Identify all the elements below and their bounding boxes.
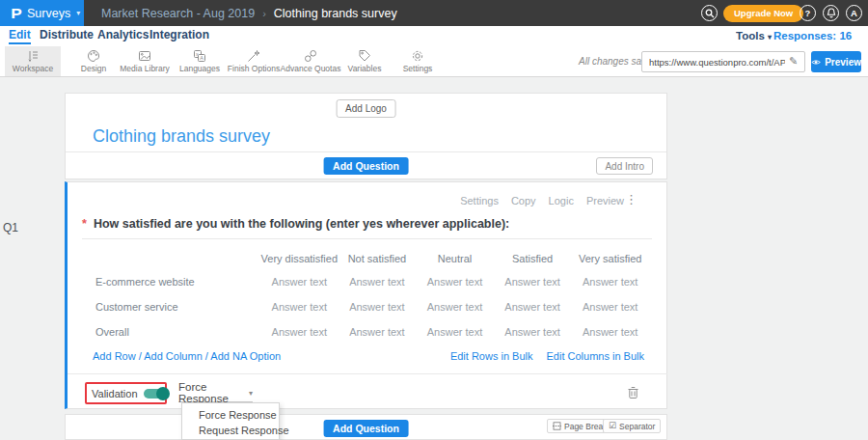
add-question-button-top[interactable]: Add Question bbox=[323, 157, 409, 175]
answer-cell[interactable]: Answer text bbox=[416, 319, 494, 344]
question-mark-icon: ? bbox=[805, 8, 811, 18]
answer-cell[interactable]: Answer text bbox=[260, 319, 339, 344]
between-questions-band: Add Question Page Break ☑ Separator bbox=[65, 414, 667, 440]
tab-integration[interactable]: Integration bbox=[149, 28, 209, 44]
selected-validation-value: Force Response bbox=[178, 381, 241, 404]
caret-down-icon: ▾ bbox=[76, 9, 80, 17]
notifications-button[interactable] bbox=[823, 5, 839, 21]
breadcrumb-separator-icon: › bbox=[262, 8, 266, 19]
toolbar-item-advance-quotas[interactable]: Advance Quotas bbox=[283, 46, 339, 76]
toolbar-item-finish-options[interactable]: Finish Options bbox=[226, 46, 282, 76]
answer-cell[interactable]: Answer text bbox=[494, 294, 572, 319]
menu-item-request-response[interactable]: Request Response bbox=[182, 423, 279, 438]
answer-cell[interactable]: Answer text bbox=[571, 319, 649, 344]
divider bbox=[68, 373, 667, 374]
tab-analytics[interactable]: Analytics bbox=[97, 28, 149, 44]
row-label[interactable]: E-commerce website bbox=[82, 269, 260, 294]
validation-highlight-box: Validation bbox=[85, 382, 167, 404]
answer-cell[interactable]: Answer text bbox=[416, 294, 494, 319]
survey-title[interactable]: Clothing brands survey bbox=[93, 126, 270, 147]
validation-type-select[interactable]: Force Response ▾ bbox=[178, 384, 253, 402]
answer-cell[interactable]: Answer text bbox=[494, 269, 572, 294]
account-avatar[interactable]: A bbox=[846, 5, 862, 21]
question-copy-link[interactable]: Copy bbox=[511, 195, 536, 206]
question-logic-link[interactable]: Logic bbox=[549, 195, 574, 206]
tools-menu[interactable]: Tools ▾ bbox=[736, 30, 772, 41]
tab-distribute[interactable]: Distribute bbox=[40, 28, 94, 44]
languages-icon: Ax bbox=[193, 49, 206, 63]
responses-count-link[interactable]: Responses: 16 bbox=[773, 30, 852, 41]
questionpro-logo-icon: P bbox=[11, 5, 22, 21]
toolbar-item-design[interactable]: Design bbox=[66, 46, 122, 76]
top-navbar: P Surveys ▾ Market Research - Aug 2019 ›… bbox=[0, 0, 868, 26]
add-logo-button[interactable]: Add Logo bbox=[336, 99, 396, 118]
edit-columns-in-bulk-link[interactable]: Edit Columns in Bulk bbox=[547, 350, 645, 362]
workspace-icon bbox=[26, 49, 40, 63]
answer-cell[interactable]: Answer text bbox=[571, 294, 649, 319]
delete-question-button[interactable] bbox=[628, 386, 839, 403]
separator-button[interactable]: ☑ Separator bbox=[603, 419, 661, 433]
answer-cell[interactable]: Answer text bbox=[260, 294, 339, 319]
surveys-product-menu[interactable]: P Surveys ▾ bbox=[0, 0, 84, 26]
add-row-link[interactable]: Add Row bbox=[93, 350, 136, 362]
toolbar-item-variables[interactable]: Variables bbox=[337, 46, 393, 76]
question-preview-link[interactable]: Preview bbox=[586, 195, 624, 206]
breadcrumb-folder-link[interactable]: Market Research - Aug 2019 bbox=[101, 7, 255, 20]
separator-checkbox-icon: ☑ bbox=[609, 422, 616, 430]
finish-options-icon bbox=[247, 49, 260, 63]
validation-dropdown-menu: Force Response Request Response bbox=[181, 402, 280, 440]
answer-cell[interactable]: Answer text bbox=[339, 294, 417, 319]
avatar-initial: A bbox=[851, 8, 857, 18]
surveys-menu-label: Surveys bbox=[27, 7, 70, 20]
add-column-link[interactable]: Add Column bbox=[144, 350, 203, 362]
question-block: Settings Copy Logic Preview ⋮ *How satis… bbox=[65, 181, 667, 409]
toolbar-item-media-library[interactable]: Media Library bbox=[117, 46, 173, 76]
edit-url-pencil-icon[interactable]: ✎ bbox=[789, 55, 798, 68]
required-marker: * bbox=[82, 217, 87, 231]
validation-label: Validation bbox=[92, 388, 138, 399]
bell-icon bbox=[827, 8, 836, 18]
advance-quotas-icon bbox=[304, 49, 317, 63]
answer-cell[interactable]: Answer text bbox=[571, 269, 649, 294]
section-tabs: Edit Distribute Analytics Integration To… bbox=[0, 26, 868, 46]
row-label[interactable]: Customer service bbox=[82, 294, 260, 319]
add-na-option-link[interactable]: Add NA Option bbox=[210, 350, 281, 362]
row-label[interactable]: Overall bbox=[82, 319, 260, 344]
edit-rows-in-bulk-link[interactable]: Edit Rows in Bulk bbox=[450, 350, 533, 362]
menu-item-force-response[interactable]: Force Response bbox=[182, 407, 279, 423]
toolbar-item-settings[interactable]: Settings bbox=[390, 46, 446, 76]
question-settings-link[interactable]: Settings bbox=[460, 195, 499, 206]
page-break-icon bbox=[553, 422, 561, 430]
question-text[interactable]: How satisfied are you with the following… bbox=[94, 217, 509, 231]
add-intro-button[interactable]: Add Intro bbox=[596, 157, 653, 175]
survey-editor-screen: P Surveys ▾ Market Research - Aug 2019 ›… bbox=[0, 0, 868, 440]
design-icon bbox=[87, 49, 100, 63]
answer-cell[interactable]: Answer text bbox=[339, 319, 417, 344]
breadcrumb: Market Research - Aug 2019 › Clothing br… bbox=[101, 0, 397, 26]
upgrade-now-button[interactable]: Upgrade Now bbox=[723, 5, 803, 22]
survey-header-card: Add Logo Clothing brands survey Add Ques… bbox=[65, 93, 667, 179]
kebab-menu-icon[interactable]: ⋮ bbox=[625, 192, 637, 206]
tab-edit[interactable]: Edit bbox=[9, 28, 31, 44]
toolbar-item-workspace[interactable]: Workspace bbox=[5, 46, 61, 76]
answer-cell[interactable]: Answer text bbox=[416, 269, 494, 294]
toggle-knob bbox=[156, 387, 170, 400]
survey-url-input[interactable] bbox=[641, 51, 805, 72]
divider bbox=[66, 151, 666, 152]
toolbar-item-languages[interactable]: Ax Languages bbox=[172, 46, 228, 76]
matrix-table: Very dissatisfied Not satisfied Neutral … bbox=[82, 244, 649, 344]
media-library-icon bbox=[138, 49, 151, 63]
question-actions: Settings Copy Logic Preview bbox=[460, 195, 624, 206]
search-icon bbox=[705, 9, 715, 18]
eye-icon bbox=[811, 58, 821, 67]
preview-button[interactable]: Preview bbox=[811, 51, 861, 72]
help-button[interactable]: ? bbox=[800, 5, 816, 21]
add-question-button-bottom[interactable]: Add Question bbox=[323, 420, 409, 437]
search-button[interactable] bbox=[701, 5, 718, 21]
question-number-label: Q1 bbox=[3, 221, 18, 234]
answer-cell[interactable]: Answer text bbox=[260, 269, 339, 294]
validation-toggle[interactable] bbox=[144, 389, 168, 399]
answer-cell[interactable]: Answer text bbox=[494, 319, 572, 344]
answer-cell[interactable]: Answer text bbox=[339, 269, 417, 294]
svg-text:A: A bbox=[200, 55, 203, 61]
